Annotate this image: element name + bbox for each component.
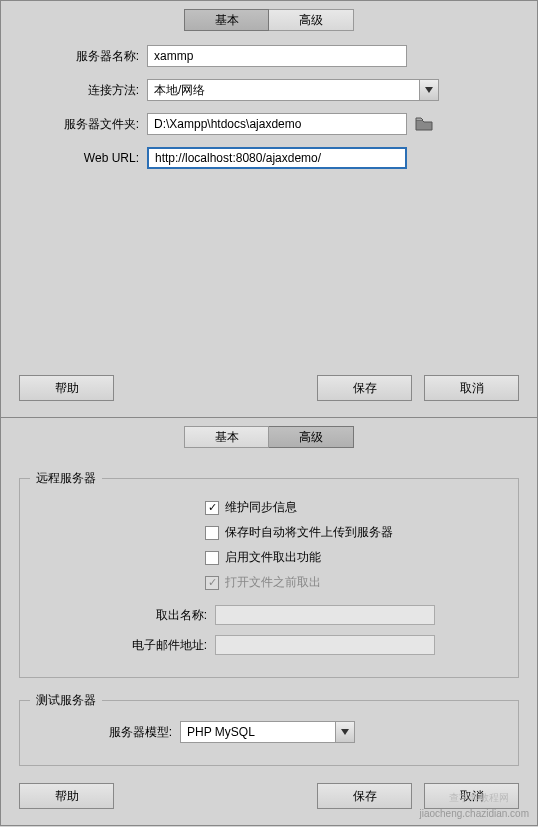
bottom-tab-bar: 基本 高级 xyxy=(1,418,537,462)
watermark-text: jiaocheng.chazidian.com xyxy=(419,808,529,819)
tab-basic[interactable]: 基本 xyxy=(184,9,269,31)
maintain-sync-checkbox[interactable] xyxy=(205,501,219,515)
checkout-before-open-checkbox xyxy=(205,576,219,590)
tab-basic[interactable]: 基本 xyxy=(184,426,269,448)
server-folder-row: 服务器文件夹: xyxy=(1,113,537,135)
email-label: 电子邮件地址: xyxy=(30,637,215,654)
connect-method-row: 连接方法: 本地/网络 xyxy=(1,79,537,101)
auto-upload-row: 保存时自动将文件上传到服务器 xyxy=(30,524,508,541)
checkout-before-open-label: 打开文件之前取出 xyxy=(225,574,321,591)
auto-upload-checkbox[interactable] xyxy=(205,526,219,540)
save-button[interactable]: 保存 xyxy=(317,375,412,401)
enable-checkout-checkbox[interactable] xyxy=(205,551,219,565)
connect-method-value: 本地/网络 xyxy=(147,79,439,101)
folder-browse-icon[interactable] xyxy=(415,116,433,132)
web-url-label: Web URL: xyxy=(19,151,147,165)
cancel-button[interactable]: 取消 xyxy=(424,375,519,401)
tab-advanced[interactable]: 高级 xyxy=(269,426,354,448)
checkout-before-open-row: 打开文件之前取出 xyxy=(30,574,508,591)
server-folder-label: 服务器文件夹: xyxy=(19,116,147,133)
server-name-label: 服务器名称: xyxy=(19,48,147,65)
checkout-name-row: 取出名称: xyxy=(30,605,508,625)
email-row: 电子邮件地址: xyxy=(30,635,508,655)
maintain-sync-label: 维护同步信息 xyxy=(225,499,297,516)
server-model-row: 服务器模型: PHP MySQL xyxy=(30,721,508,743)
chevron-down-icon[interactable] xyxy=(335,721,355,743)
test-server-legend: 测试服务器 xyxy=(30,692,102,709)
advanced-settings-panel: 基本 高级 远程服务器 维护同步信息 保存时自动将文件上传到服务器 启用文件取出… xyxy=(0,418,538,826)
remote-server-legend: 远程服务器 xyxy=(30,470,102,487)
server-name-input[interactable] xyxy=(147,45,407,67)
watermark-text-2: 查字典教程网 xyxy=(449,791,509,805)
checkout-name-label: 取出名称: xyxy=(30,607,215,624)
server-model-label: 服务器模型: xyxy=(30,724,180,741)
checkout-name-input xyxy=(215,605,435,625)
enable-checkout-row: 启用文件取出功能 xyxy=(30,549,508,566)
email-input xyxy=(215,635,435,655)
connect-method-label: 连接方法: xyxy=(19,82,147,99)
server-model-value: PHP MySQL xyxy=(180,721,355,743)
help-button[interactable]: 帮助 xyxy=(19,783,114,809)
connect-method-select[interactable]: 本地/网络 xyxy=(147,79,439,101)
enable-checkout-label: 启用文件取出功能 xyxy=(225,549,321,566)
auto-upload-label: 保存时自动将文件上传到服务器 xyxy=(225,524,393,541)
tab-advanced[interactable]: 高级 xyxy=(269,9,354,31)
basic-settings-panel: 基本 高级 服务器名称: 连接方法: 本地/网络 服务器文件夹: Web URL… xyxy=(0,0,538,418)
chevron-down-icon[interactable] xyxy=(419,79,439,101)
web-url-row: Web URL: xyxy=(1,147,537,169)
maintain-sync-row: 维护同步信息 xyxy=(30,499,508,516)
test-server-group: 测试服务器 服务器模型: PHP MySQL xyxy=(19,692,519,766)
save-button[interactable]: 保存 xyxy=(317,783,412,809)
remote-server-group: 远程服务器 维护同步信息 保存时自动将文件上传到服务器 启用文件取出功能 打开文… xyxy=(19,470,519,678)
server-model-select[interactable]: PHP MySQL xyxy=(180,721,355,743)
server-name-row: 服务器名称: xyxy=(1,45,537,67)
web-url-input[interactable] xyxy=(147,147,407,169)
help-button[interactable]: 帮助 xyxy=(19,375,114,401)
server-folder-input[interactable] xyxy=(147,113,407,135)
top-tab-bar: 基本 高级 xyxy=(1,1,537,45)
top-button-row: 帮助 保存 取消 xyxy=(1,375,537,417)
